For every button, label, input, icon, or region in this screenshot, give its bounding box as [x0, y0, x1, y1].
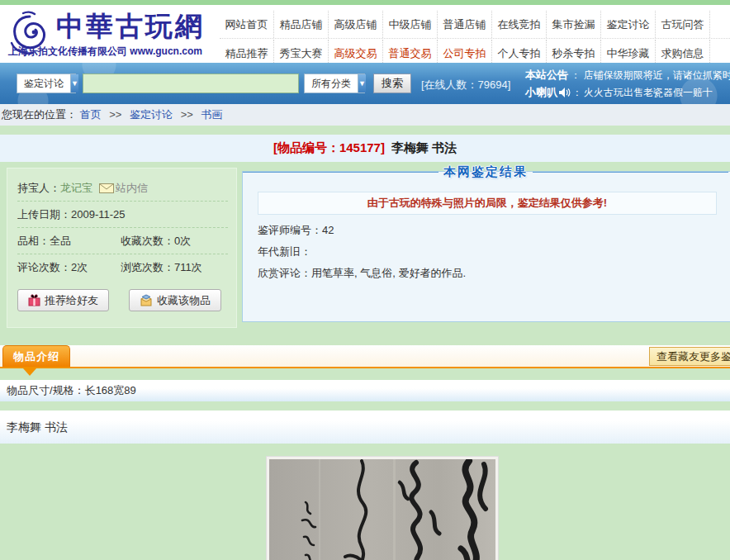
- nav-mid-shops[interactable]: 中级店铺: [383, 11, 438, 38]
- era-label: 年代新旧：: [258, 245, 311, 258]
- review-label: 欣赏评论：: [258, 267, 311, 279]
- appraiser-label: 鉴评师编号：: [258, 224, 322, 236]
- owner-row: 持宝人：龙记宝站内信: [17, 175, 228, 202]
- chevron-down-icon: ▼: [70, 74, 78, 93]
- specs-label: 物品尺寸/规格：: [7, 384, 85, 396]
- calligraphy-image: [269, 459, 495, 560]
- breadcrumb-home[interactable]: 首页: [80, 108, 102, 121]
- notice-label: 本站公告: [525, 69, 568, 81]
- recommend-button-label: 推荐给好友: [45, 293, 98, 308]
- horn-notice: 小喇叭 ： 火火古玩出售老瓷器假一赔十: [525, 85, 713, 100]
- box-icon: [140, 294, 153, 306]
- nav-market-bargain[interactable]: 集市捡漏: [547, 11, 601, 38]
- collect-button-label: 收藏该物品: [157, 293, 211, 308]
- tab-item-intro[interactable]: 物品介绍: [2, 345, 70, 367]
- info-buttons-row: 推荐给好友 收藏该物品: [17, 289, 221, 311]
- owner-link[interactable]: 龙记宝: [60, 182, 92, 194]
- nav-home[interactable]: 网站首页: [220, 11, 274, 38]
- breadcrumb-separator: >>: [109, 108, 121, 121]
- nav-normal-shops[interactable]: 普通店铺: [438, 11, 492, 38]
- appraisal-header-row: 本网鉴定结果: [243, 164, 728, 180]
- condition-label: 品相：: [17, 235, 50, 247]
- speaker-icon: [559, 88, 571, 97]
- review-row: 欣赏评论：用笔草率, 气息俗, 爱好者的作品.: [258, 266, 727, 281]
- main-nav: 网站首页 精品店铺 高级店铺 中级店铺 普通店铺 在线竞拍 集市捡漏 鉴定讨论 …: [220, 10, 730, 68]
- nav-premium-shops[interactable]: 精品店铺: [274, 11, 329, 38]
- comments-label: 评论次数：: [17, 261, 71, 273]
- appraiser-row: 鉴评师编号：42: [258, 223, 727, 238]
- favorites-label: 收藏次数：: [121, 235, 174, 247]
- site-title: 中華古玩網: [56, 8, 205, 45]
- recommend-button[interactable]: 推荐给好友: [17, 289, 109, 311]
- envelope-icon[interactable]: [99, 183, 114, 193]
- item-photo: [266, 456, 499, 560]
- horn-label: 小喇叭: [525, 85, 557, 100]
- tab-pointer: [23, 368, 36, 376]
- review-value: 用笔草率, 气息俗, 爱好者的作品.: [311, 267, 466, 279]
- search-band: 鉴定讨论 ▼ 所有分类 ▼ 搜索 [在线人数：79694] 本站公告 ： 店铺保…: [0, 63, 730, 104]
- chevron-down-icon: ▼: [358, 74, 366, 93]
- upload-row: 上传日期：2009-11-25: [17, 202, 228, 228]
- appraisal-warning: 由于古玩的特殊与照片的局限，鉴定结果仅供参考!: [258, 192, 717, 215]
- divider: [533, 172, 728, 173]
- nav-online-auction[interactable]: 在线竞拍: [492, 11, 547, 38]
- search-input[interactable]: [83, 74, 299, 93]
- breadcrumb-prefix: 您现在的位置：: [2, 108, 77, 121]
- nav-antique-qa[interactable]: 古玩问答: [656, 11, 710, 38]
- views-value: 711次: [174, 261, 202, 273]
- channel-select[interactable]: 鉴定讨论 ▼: [17, 74, 76, 93]
- appraiser-value: 42: [322, 224, 334, 236]
- search-button[interactable]: 搜索: [373, 74, 411, 93]
- nav-buyer[interactable]: 买: [710, 11, 730, 38]
- notice-text[interactable]: 店铺保级期限将近，请诸位抓紧时: [584, 69, 730, 81]
- view-more-appraisals-button[interactable]: 查看藏友更多鉴定: [649, 347, 730, 366]
- category-select[interactable]: 所有分类 ▼: [304, 74, 365, 93]
- era-row: 年代新旧：: [258, 244, 727, 259]
- item-name: 李梅舞 书法: [391, 140, 457, 156]
- site-subtitle: 上海乐拍文化传播有限公司 www.gucn.com: [8, 45, 202, 59]
- upload-label: 上传日期：: [17, 208, 71, 221]
- breadcrumb-category[interactable]: 书画: [201, 108, 223, 121]
- collect-button[interactable]: 收藏该物品: [129, 289, 221, 311]
- nav-appraisal-forum[interactable]: 鉴定讨论: [601, 11, 656, 38]
- intro-tabbar: 物品介绍: [0, 345, 730, 368]
- breadcrumb-forum[interactable]: 鉴定讨论: [130, 108, 173, 121]
- owner-label: 持宝人：: [17, 182, 60, 194]
- breadcrumb-separator: >>: [181, 108, 193, 121]
- comments-value: 2次: [71, 261, 88, 273]
- breadcrumb: 您现在的位置： 首页 >> 鉴定讨论 >> 书画: [0, 104, 730, 126]
- category-select-value: 所有分类: [305, 74, 358, 93]
- nav-row-1: 网站首页 精品店铺 高级店铺 中级店铺 普通店铺 在线竞拍 集市捡漏 鉴定讨论 …: [220, 11, 730, 39]
- channel-select-value: 鉴定讨论: [17, 74, 70, 93]
- description-band: 李梅舞 书法: [0, 411, 730, 444]
- item-code: [物品编号：145177]: [273, 140, 385, 156]
- item-info-panel: 持宝人：龙记宝站内信 上传日期：2009-11-25 品相：全品收藏次数：0次 …: [7, 168, 237, 328]
- specs-band: 物品尺寸/规格：长168宽89: [0, 380, 730, 401]
- online-count: [在线人数：79694]: [421, 78, 510, 93]
- description-text: 李梅舞 书法: [7, 420, 68, 434]
- notice-colon: ：: [571, 69, 581, 81]
- condition-row: 品相：全品收藏次数：0次: [17, 228, 228, 254]
- site-mail-link[interactable]: 站内信: [116, 182, 148, 194]
- favorites-value: 0次: [174, 235, 191, 247]
- divider: [243, 172, 438, 173]
- appraisal-panel: 本网鉴定结果 由于古玩的特殊与照片的局限，鉴定结果仅供参考! 鉴评师编号：42 …: [242, 171, 730, 322]
- site-header: 中華古玩網 上海乐拍文化传播有限公司 www.gucn.com 网站首页 精品店…: [0, 5, 730, 63]
- gift-icon: [28, 294, 40, 306]
- specs-value: 长168宽89: [85, 384, 136, 396]
- site-logo[interactable]: 中華古玩網 上海乐拍文化传播有限公司 www.gucn.com: [5, 8, 218, 59]
- horn-colon: ：: [572, 86, 582, 100]
- counts-row: 评论次数：2次浏览次数：711次: [17, 254, 228, 281]
- site-notice: 本站公告 ： 店铺保级期限将近，请诸位抓紧时: [525, 68, 730, 83]
- condition-value: 全品: [50, 235, 71, 247]
- appraisal-title: 本网鉴定结果: [438, 164, 533, 180]
- item-title-band: [物品编号：145177] 李梅舞 书法: [0, 135, 730, 162]
- views-label: 浏览次数：: [121, 261, 174, 273]
- nav-senior-shops[interactable]: 高级店铺: [329, 11, 383, 38]
- upload-value: 2009-11-25: [71, 208, 126, 221]
- horn-text[interactable]: 火火古玩出售老瓷器假一赔十: [584, 86, 713, 100]
